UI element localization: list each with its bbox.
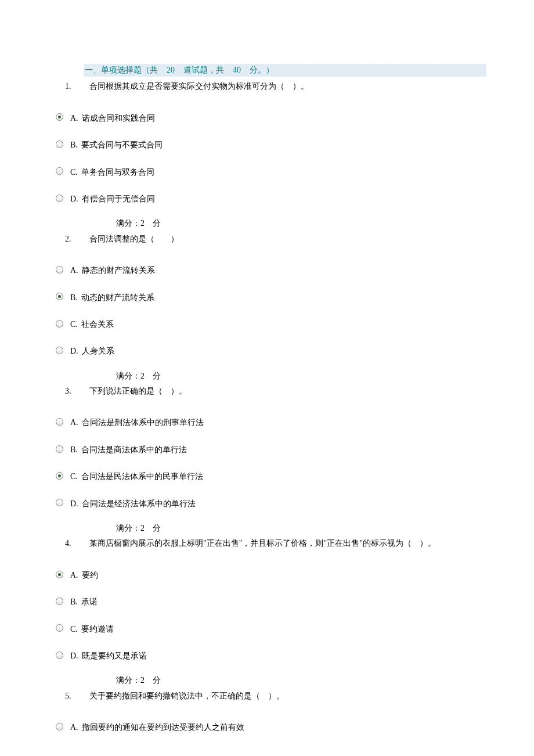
question-number: 3. [65,385,89,398]
option-row[interactable]: C.社会关系 [56,316,482,329]
radio-icon[interactable] [56,571,63,578]
option-text: 撤回要约的通知在要约到达受要约人之前有效 [82,721,244,734]
option-prefix: C. [70,470,78,483]
option-text: 单务合同与双务合同 [81,166,154,179]
radio-icon[interactable] [56,167,63,175]
score-prefix: 满分： [116,676,140,685]
question-text: 下列说法正确的是（ ）。 [89,385,482,398]
option-prefix: B. [70,139,78,152]
option-prefix: A. [70,721,78,734]
option-row[interactable]: A.要约 [56,567,482,579]
question-line: 5.关于要约撤回和要约撤销说法中，不正确的是（ ）。 [65,690,482,703]
radio-icon[interactable] [56,266,63,273]
option-row[interactable]: B.要式合同与不要式合同 [56,136,482,149]
option-text: 要约邀请 [81,623,114,636]
option-prefix: D. [70,345,78,358]
option-row[interactable]: C.合同法是民法体系中的民事单行法 [56,468,482,481]
score-suffix: 分 [153,676,161,685]
radio-icon[interactable] [56,320,63,327]
option-row[interactable]: A.合同法是刑法体系中的刑事单行法 [56,414,482,427]
question-number: 2. [65,233,89,246]
option-row[interactable]: A.静态的财产流转关系 [56,262,482,275]
score-line: 满分：2 分 [116,370,482,383]
section-mid: 道试题，共 [183,66,224,74]
score-prefix: 满分： [116,524,140,532]
option-text: 人身关系 [82,345,114,358]
option-text: 合同法是刑法体系中的刑事单行法 [82,416,204,429]
score-value: 2 [140,524,145,532]
option-prefix: A. [70,569,78,582]
option-row[interactable]: C.要约邀请 [56,621,482,633]
option-row[interactable]: C.单务合同与双务合同 [56,164,482,177]
option-text: 有偿合同于无偿合同 [82,193,155,206]
option-prefix: C. [70,623,78,636]
option-text: 要式合同与不要式合同 [81,139,163,152]
radio-icon[interactable] [56,624,63,632]
question-text: 关于要约撤回和要约撤销说法中，不正确的是（ ）。 [89,690,482,703]
option-prefix: A. [70,264,78,277]
radio-icon[interactable] [56,113,63,121]
question-number: 1. [65,80,89,93]
option-row[interactable]: B.承诺 [56,593,482,606]
question-text: 合同法调整的是（ ） [89,233,482,246]
score-line: 满分：2 分 [116,522,482,535]
option-prefix: B. [70,596,78,609]
option-prefix: D. [70,498,78,510]
question-number: 5. [65,690,89,703]
option-text: 要约 [82,569,98,582]
radio-icon[interactable] [56,293,63,300]
question-line: 1.合同根据其成立是否需要实际交付实物为标准可分为（ ）。 [65,80,482,93]
radio-icon[interactable] [56,499,63,506]
option-row[interactable]: A.撤回要约的通知在要约到达受要约人之前有效 [56,719,482,732]
radio-icon[interactable] [56,472,63,480]
score-value: 2 [140,219,145,228]
option-text: 合同法是经济法体系中的单行法 [82,498,196,510]
option-prefix: C. [70,318,78,331]
section-count: 20 [167,66,175,74]
question-text: 合同根据其成立是否需要实际交付实物为标准可分为（ ）。 [89,80,482,93]
score-prefix: 满分： [116,372,140,380]
option-row[interactable]: D.人身关系 [56,343,482,355]
option-row[interactable]: A.诺成合同和实践合同 [56,110,482,123]
option-prefix: C. [70,166,78,179]
score-suffix: 分 [153,524,161,532]
radio-icon[interactable] [56,445,63,453]
score-prefix: 满分： [116,219,140,228]
section-points: 40 [233,66,241,74]
radio-icon[interactable] [56,723,63,730]
option-text: 诺成合同和实践合同 [82,112,155,125]
option-prefix: A. [70,112,78,125]
score-line: 满分：2 分 [116,674,482,687]
radio-icon[interactable] [56,195,63,202]
option-prefix: B. [70,291,78,304]
option-text: 合同法是民法体系中的民事单行法 [81,470,203,483]
option-row[interactable]: D.合同法是经济法体系中的单行法 [56,495,482,508]
option-prefix: D. [70,193,78,206]
option-prefix: D. [70,650,78,663]
option-row[interactable]: D.既是要约又是承诺 [56,647,482,660]
option-prefix: A. [70,416,78,429]
option-row[interactable]: B.动态的财产流转关系 [56,289,482,302]
score-suffix: 分 [153,372,161,380]
score-line: 满分：2 分 [116,217,482,230]
radio-icon[interactable] [56,651,63,659]
score-value: 2 [140,676,145,685]
option-row[interactable]: D.有偿合同于无偿合同 [56,190,482,203]
option-text: 承诺 [81,596,98,609]
question-line: 4.某商店橱窗内展示的衣服上标明"正在出售"，并且标示了价格，则"正在出售"的标… [65,537,482,550]
question-text: 某商店橱窗内展示的衣服上标明"正在出售"，并且标示了价格，则"正在出售"的标示视… [89,537,482,550]
radio-icon[interactable] [56,597,63,605]
option-row[interactable]: B.合同法是商法体系中的单行法 [56,441,482,454]
score-suffix: 分 [153,219,161,228]
radio-icon[interactable] [56,347,63,354]
option-text: 既是要约又是承诺 [82,650,147,663]
option-prefix: B. [70,444,78,456]
question-line: 3.下列说法正确的是（ ）。 [65,385,482,398]
radio-icon[interactable] [56,141,63,148]
option-text: 静态的财产流转关系 [82,264,155,277]
question-line: 2.合同法调整的是（ ） [65,233,482,246]
option-text: 社会关系 [81,318,114,331]
section-header: 一、单项选择题（共 20 道试题，共 40 分。） [84,64,486,77]
question-number: 4. [65,537,89,550]
radio-icon[interactable] [56,418,63,426]
